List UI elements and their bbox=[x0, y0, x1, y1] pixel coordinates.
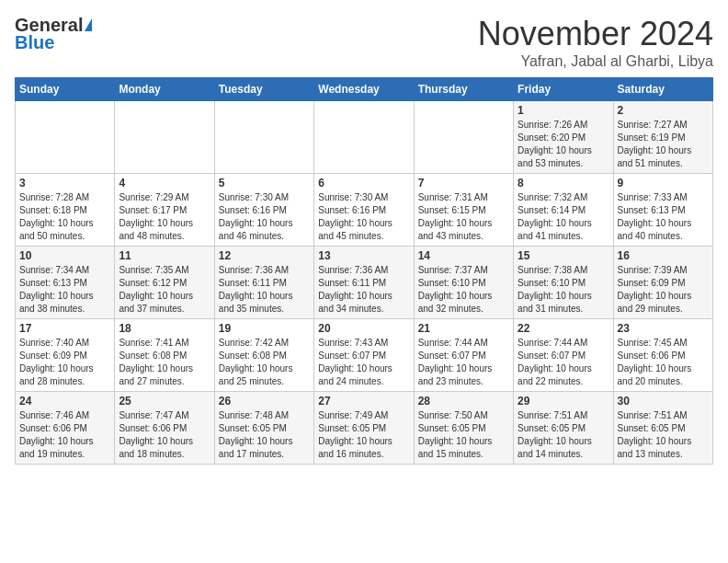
calendar-cell: 27Sunrise: 7:49 AM Sunset: 6:05 PM Dayli… bbox=[314, 392, 414, 465]
day-number: 25 bbox=[119, 395, 210, 408]
day-number: 18 bbox=[119, 322, 210, 335]
calendar-cell: 17Sunrise: 7:40 AM Sunset: 6:09 PM Dayli… bbox=[16, 319, 115, 392]
logo: General Blue bbox=[15, 15, 92, 53]
calendar-cell: 19Sunrise: 7:42 AM Sunset: 6:08 PM Dayli… bbox=[214, 319, 313, 392]
calendar-cell: 21Sunrise: 7:44 AM Sunset: 6:07 PM Dayli… bbox=[414, 319, 513, 392]
calendar-cell bbox=[314, 101, 414, 174]
day-info: Sunrise: 7:34 AM Sunset: 6:13 PM Dayligh… bbox=[19, 264, 110, 316]
day-number: 2 bbox=[618, 104, 709, 117]
day-number: 15 bbox=[518, 249, 609, 262]
week-row-1: 1Sunrise: 7:26 AM Sunset: 6:20 PM Daylig… bbox=[16, 101, 713, 174]
calendar-cell: 4Sunrise: 7:29 AM Sunset: 6:17 PM Daylig… bbox=[115, 174, 214, 247]
header-tuesday: Tuesday bbox=[214, 78, 313, 101]
day-info: Sunrise: 7:43 AM Sunset: 6:07 PM Dayligh… bbox=[318, 337, 409, 388]
calendar-cell: 12Sunrise: 7:36 AM Sunset: 6:11 PM Dayli… bbox=[214, 247, 313, 319]
week-row-2: 3Sunrise: 7:28 AM Sunset: 6:18 PM Daylig… bbox=[16, 174, 713, 247]
calendar-cell: 20Sunrise: 7:43 AM Sunset: 6:07 PM Dayli… bbox=[314, 319, 414, 392]
day-info: Sunrise: 7:42 AM Sunset: 6:08 PM Dayligh… bbox=[219, 337, 310, 388]
day-number: 6 bbox=[318, 177, 409, 190]
day-number: 28 bbox=[418, 395, 509, 408]
day-info: Sunrise: 7:36 AM Sunset: 6:11 PM Dayligh… bbox=[318, 264, 409, 316]
header-saturday: Saturday bbox=[613, 78, 712, 101]
calendar-cell: 2Sunrise: 7:27 AM Sunset: 6:19 PM Daylig… bbox=[613, 101, 712, 174]
logo-blue-text: Blue bbox=[15, 32, 54, 53]
day-number: 21 bbox=[418, 322, 509, 335]
header-wednesday: Wednesday bbox=[314, 78, 414, 101]
day-info: Sunrise: 7:30 AM Sunset: 6:16 PM Dayligh… bbox=[318, 191, 409, 243]
day-number: 1 bbox=[518, 104, 609, 117]
calendar-cell bbox=[115, 101, 214, 174]
day-number: 23 bbox=[618, 322, 709, 335]
header-friday: Friday bbox=[514, 78, 613, 101]
day-number: 17 bbox=[19, 322, 110, 335]
day-number: 27 bbox=[318, 395, 409, 408]
header-thursday: Thursday bbox=[414, 78, 513, 101]
day-info: Sunrise: 7:26 AM Sunset: 6:20 PM Dayligh… bbox=[518, 119, 609, 170]
day-number: 9 bbox=[618, 177, 709, 190]
day-number: 4 bbox=[119, 177, 210, 190]
day-info: Sunrise: 7:36 AM Sunset: 6:11 PM Dayligh… bbox=[219, 264, 310, 316]
calendar-cell: 7Sunrise: 7:31 AM Sunset: 6:15 PM Daylig… bbox=[414, 174, 513, 247]
calendar-cell bbox=[214, 101, 313, 174]
day-info: Sunrise: 7:41 AM Sunset: 6:08 PM Dayligh… bbox=[119, 337, 210, 388]
day-info: Sunrise: 7:29 AM Sunset: 6:17 PM Dayligh… bbox=[119, 191, 210, 243]
calendar-cell: 5Sunrise: 7:30 AM Sunset: 6:16 PM Daylig… bbox=[214, 174, 313, 247]
day-info: Sunrise: 7:48 AM Sunset: 6:05 PM Dayligh… bbox=[219, 409, 310, 461]
day-number: 14 bbox=[418, 249, 509, 262]
day-info: Sunrise: 7:51 AM Sunset: 6:05 PM Dayligh… bbox=[518, 409, 609, 461]
day-info: Sunrise: 7:37 AM Sunset: 6:10 PM Dayligh… bbox=[418, 264, 509, 316]
calendar-cell: 1Sunrise: 7:26 AM Sunset: 6:20 PM Daylig… bbox=[514, 101, 613, 174]
day-info: Sunrise: 7:31 AM Sunset: 6:15 PM Dayligh… bbox=[418, 191, 509, 243]
calendar-cell: 22Sunrise: 7:44 AM Sunset: 6:07 PM Dayli… bbox=[514, 319, 613, 392]
day-number: 30 bbox=[618, 395, 709, 408]
day-number: 22 bbox=[518, 322, 609, 335]
day-number: 16 bbox=[618, 249, 709, 262]
day-info: Sunrise: 7:51 AM Sunset: 6:05 PM Dayligh… bbox=[618, 409, 709, 461]
calendar-cell: 24Sunrise: 7:46 AM Sunset: 6:06 PM Dayli… bbox=[16, 392, 115, 465]
day-info: Sunrise: 7:40 AM Sunset: 6:09 PM Dayligh… bbox=[19, 337, 110, 388]
day-number: 3 bbox=[19, 177, 110, 190]
calendar-cell: 6Sunrise: 7:30 AM Sunset: 6:16 PM Daylig… bbox=[314, 174, 414, 247]
day-number: 29 bbox=[518, 395, 609, 408]
day-number: 10 bbox=[19, 249, 110, 262]
calendar-cell: 23Sunrise: 7:45 AM Sunset: 6:06 PM Dayli… bbox=[613, 319, 712, 392]
day-info: Sunrise: 7:38 AM Sunset: 6:10 PM Dayligh… bbox=[518, 264, 609, 316]
week-row-4: 17Sunrise: 7:40 AM Sunset: 6:09 PM Dayli… bbox=[16, 319, 713, 392]
week-row-5: 24Sunrise: 7:46 AM Sunset: 6:06 PM Dayli… bbox=[16, 392, 713, 465]
day-info: Sunrise: 7:35 AM Sunset: 6:12 PM Dayligh… bbox=[119, 264, 210, 316]
day-number: 8 bbox=[518, 177, 609, 190]
day-info: Sunrise: 7:44 AM Sunset: 6:07 PM Dayligh… bbox=[518, 337, 609, 388]
header-monday: Monday bbox=[115, 78, 214, 101]
day-number: 24 bbox=[19, 395, 110, 408]
day-number: 11 bbox=[119, 249, 210, 262]
title-block: November 2024 Yafran, Jabal al Gharbi, L… bbox=[478, 15, 713, 70]
day-info: Sunrise: 7:46 AM Sunset: 6:06 PM Dayligh… bbox=[19, 409, 110, 461]
calendar-cell: 13Sunrise: 7:36 AM Sunset: 6:11 PM Dayli… bbox=[314, 247, 414, 319]
calendar-cell: 30Sunrise: 7:51 AM Sunset: 6:05 PM Dayli… bbox=[613, 392, 712, 465]
calendar-cell bbox=[16, 101, 115, 174]
day-info: Sunrise: 7:33 AM Sunset: 6:13 PM Dayligh… bbox=[618, 191, 709, 243]
location-title: Yafran, Jabal al Gharbi, Libya bbox=[478, 53, 713, 70]
day-number: 13 bbox=[318, 249, 409, 262]
week-row-3: 10Sunrise: 7:34 AM Sunset: 6:13 PM Dayli… bbox=[16, 247, 713, 319]
page-header: General Blue November 2024 Yafran, Jabal… bbox=[15, 15, 713, 70]
day-info: Sunrise: 7:50 AM Sunset: 6:05 PM Dayligh… bbox=[418, 409, 509, 461]
calendar-cell: 11Sunrise: 7:35 AM Sunset: 6:12 PM Dayli… bbox=[115, 247, 214, 319]
header-row: SundayMondayTuesdayWednesdayThursdayFrid… bbox=[16, 78, 713, 101]
calendar-cell: 16Sunrise: 7:39 AM Sunset: 6:09 PM Dayli… bbox=[613, 247, 712, 319]
month-title: November 2024 bbox=[478, 15, 713, 53]
calendar-cell: 3Sunrise: 7:28 AM Sunset: 6:18 PM Daylig… bbox=[16, 174, 115, 247]
day-info: Sunrise: 7:47 AM Sunset: 6:06 PM Dayligh… bbox=[119, 409, 210, 461]
calendar-cell: 29Sunrise: 7:51 AM Sunset: 6:05 PM Dayli… bbox=[514, 392, 613, 465]
day-number: 5 bbox=[219, 177, 310, 190]
day-info: Sunrise: 7:27 AM Sunset: 6:19 PM Dayligh… bbox=[618, 119, 709, 170]
day-info: Sunrise: 7:39 AM Sunset: 6:09 PM Dayligh… bbox=[618, 264, 709, 316]
calendar-cell bbox=[414, 101, 513, 174]
day-number: 26 bbox=[219, 395, 310, 408]
header-sunday: Sunday bbox=[16, 78, 115, 101]
calendar-cell: 15Sunrise: 7:38 AM Sunset: 6:10 PM Dayli… bbox=[514, 247, 613, 319]
logo-triangle-icon bbox=[85, 18, 92, 31]
day-number: 7 bbox=[418, 177, 509, 190]
day-info: Sunrise: 7:45 AM Sunset: 6:06 PM Dayligh… bbox=[618, 337, 709, 388]
day-info: Sunrise: 7:28 AM Sunset: 6:18 PM Dayligh… bbox=[19, 191, 110, 243]
